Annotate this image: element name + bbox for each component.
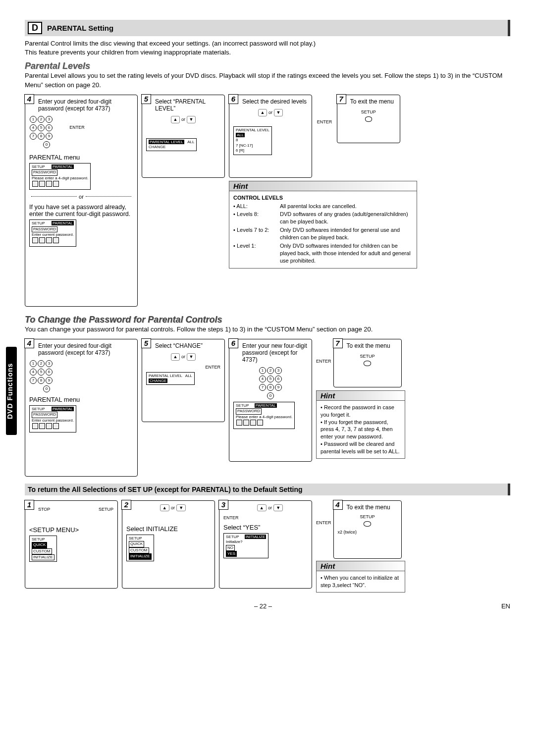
step-number: 4 — [24, 94, 34, 104]
up-arrow-icon: ▲ — [258, 109, 268, 116]
parental-menu-label: PARENTAL menu — [29, 396, 133, 403]
change-password-steps: 4 Enter your desired four-digit password… — [25, 339, 510, 477]
step-text: Enter your desired four-digit password (… — [38, 342, 133, 356]
step-number: 6 — [228, 94, 238, 104]
down-arrow-icon: ▼ — [187, 116, 196, 123]
change-password-body: You can change your password for parenta… — [25, 325, 510, 334]
osd-levels-list: PARENTAL LEVEL ALL 8 7 [NC-17] 6 [R] — [233, 126, 272, 155]
step-4-parental: 4 Enter your desired four-digit password… — [25, 95, 138, 307]
step-text: Enter your desired four-digit password (… — [38, 98, 133, 112]
page-lang: EN — [501, 602, 510, 610]
down-arrow-icon: ▼ — [273, 504, 283, 511]
step-5-parental: 5 Select “PARENTAL LEVEL” ▲ or ▼ PARENTA… — [142, 95, 225, 178]
arrow-or-row: ▲ or ▼ — [146, 116, 220, 123]
step-text: Select “PARENTAL LEVEL” — [155, 98, 220, 112]
step-5-change: 5 Select “CHANGE” ▲ or ▼ ENTER PARENTAL … — [142, 339, 225, 422]
step-number: 2 — [121, 500, 131, 510]
reset-heading: To return the All Selections of SET UP (… — [25, 484, 510, 495]
hint-body-3: • When you cancel to initialize at step … — [316, 571, 405, 593]
step6-and-hint: 6 Select the desired levels ▲ or ▼ PAREN… — [229, 95, 417, 269]
step-text: Select “CHANGE” — [155, 342, 220, 349]
stop-label: STOP — [38, 507, 50, 512]
step-number: 4 — [333, 500, 343, 510]
setup-label: SETUP — [360, 514, 375, 519]
reset-step4-hint: ENTER 4 To exit the menu SETUP x2 (twice… — [316, 500, 405, 593]
step-text: To exit the menu — [347, 504, 397, 511]
keypad-icon: 123 456 789 0 — [233, 366, 308, 400]
enter-label: ENTER — [223, 515, 308, 521]
osd-change-new: SETUP PARENTAL PASSWORD Please enter a 4… — [233, 402, 295, 429]
enter-label: ENTER — [316, 359, 331, 364]
step-number: 5 — [141, 94, 151, 104]
twice-label: x2 (twice) — [338, 530, 397, 535]
step-number: 7 — [336, 94, 346, 104]
osd-initialize: SETUP INITIALIZE Initialize? NO YES — [223, 533, 268, 559]
up-arrow-icon: ▲ — [171, 116, 180, 123]
step-2-reset: 2 ▲ or ▼ Select INITIALIZE SETUP QUICK C… — [122, 500, 215, 589]
parental-levels-heading: Parental Levels — [25, 61, 510, 71]
hint-body-1: CONTROL LEVELS • ALL:All parental locks … — [229, 191, 417, 269]
setup-label: SETUP — [360, 354, 375, 359]
keypad-icon: 123 456 789 0 — [29, 359, 133, 393]
step7-and-hint: ENTER 7 To exit the menu SETUP Hint • Re… — [316, 339, 405, 459]
section-title: PARENTAL Setting — [47, 24, 113, 32]
setup-label: SETUP — [99, 507, 113, 512]
step-number: 4 — [24, 338, 34, 348]
step-text: Select INITIALIZE — [126, 525, 211, 533]
or-divider: or — [79, 194, 84, 200]
setup-menu-label: <SETUP MENU> — [29, 526, 113, 534]
parental-menu-label: PARENTAL menu — [29, 154, 133, 161]
change-password-heading: To Change the Password for Parental Cont… — [25, 315, 510, 325]
side-tab-dvd-functions: DVD Functions — [6, 347, 17, 435]
down-arrow-icon: ▼ — [187, 353, 196, 361]
osd-change-select: PARENTAL LEVEL ALL CHANGE — [146, 372, 195, 385]
parental-levels-steps: 4 Enter your desired four-digit password… — [25, 95, 510, 307]
section-letter: D — [28, 22, 42, 34]
step-number: 1 — [24, 500, 34, 510]
hint-body-2: • Record the password in case you forget… — [316, 401, 405, 459]
step-number: 5 — [141, 338, 151, 348]
enter-label: ENTER — [317, 119, 332, 125]
setup-button-icon — [364, 521, 371, 527]
reset-steps: 1 STOP SETUP <SETUP MENU> SETUP QUICK CU… — [25, 500, 510, 593]
parental-levels-body: Parental Level allows you to set the rat… — [25, 71, 510, 89]
section-d-bar: D PARENTAL Setting — [25, 20, 510, 36]
osd-setup-menu-1: SETUP QUICK CUSTOM INITIALIZE — [29, 536, 57, 562]
step-7-change: 7 To exit the menu SETUP — [333, 339, 402, 387]
intro-line1: Parental Control limits the disc viewing… — [25, 39, 510, 48]
step-text: To exit the menu — [350, 98, 396, 105]
hint-title-3: Hint — [316, 561, 405, 571]
up-arrow-icon: ▲ — [171, 353, 180, 361]
step-text: To exit the menu — [347, 342, 397, 349]
hint-title-1: Hint — [229, 181, 417, 191]
setup-button-icon — [364, 361, 371, 366]
intro-line2: This feature prevents your children from… — [25, 48, 510, 57]
step-4-reset: 4 To exit the menu SETUP x2 (twice) — [333, 500, 402, 559]
osd-parental-password-2: SETUP PARENTAL PASSWORD Enter current pa… — [29, 219, 76, 247]
page-number: – 22 – — [254, 602, 272, 610]
step-1-reset: 1 STOP SETUP <SETUP MENU> SETUP QUICK CU… — [25, 500, 118, 589]
osd-setup-menu-2: SETUP QUICK CUSTOM INITIALIZE — [126, 535, 154, 561]
keypad-icon: 123 456 ENTER 789 0 — [29, 115, 133, 149]
up-arrow-icon: ▲ — [257, 504, 267, 511]
step4-alt-text: If you have set a password already, ente… — [29, 204, 133, 217]
setup-button-icon — [365, 116, 372, 122]
down-arrow-icon: ▼ — [176, 504, 186, 511]
page-footer: – 22 – EN — [25, 602, 510, 610]
step-number: 3 — [218, 500, 228, 510]
step-7-parental: 7 To exit the menu SETUP — [337, 95, 400, 143]
down-arrow-icon: ▼ — [274, 109, 283, 116]
step-6-change: 6 Enter your new four-digit password (ex… — [229, 339, 312, 462]
enter-label: ENTER — [316, 520, 331, 526]
step-text: Enter your new four-digit password (exce… — [242, 342, 308, 363]
enter-label: ENTER — [69, 125, 85, 130]
hint-title-2: Hint — [316, 390, 405, 401]
step-6-parental: 6 Select the desired levels ▲ or ▼ PAREN… — [229, 95, 312, 178]
up-arrow-icon: ▲ — [160, 504, 169, 511]
step-4-change: 4 Enter your desired four-digit password… — [25, 339, 138, 477]
step-number: 7 — [333, 338, 343, 348]
step-text: Select the desired levels — [242, 98, 308, 105]
step-number: 6 — [228, 338, 238, 348]
step-3-reset: 3 ▲ or ▼ ENTER Select “YES” SETUP INITIA… — [219, 500, 312, 589]
osd-parental-password-1: SETUP PARENTAL PASSWORD Please enter a 4… — [29, 163, 91, 190]
